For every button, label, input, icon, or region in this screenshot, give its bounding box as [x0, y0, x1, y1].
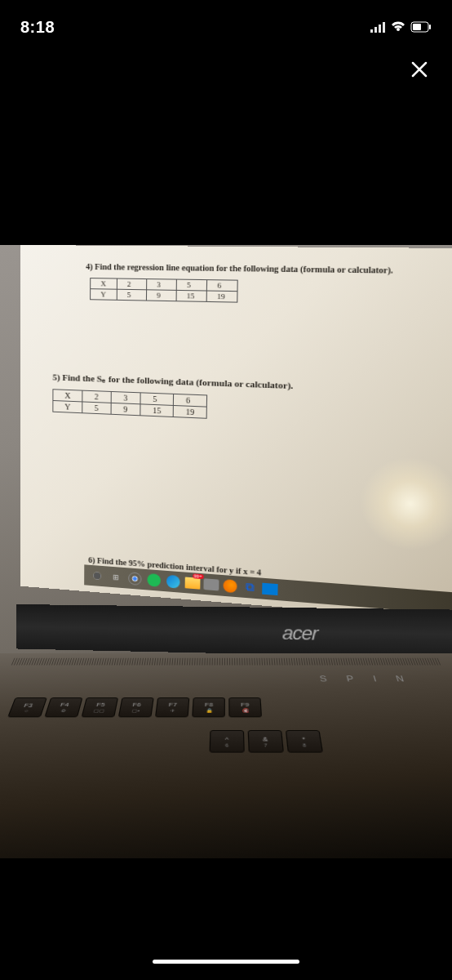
question-5: 5) Find the Sₑ for the following data (f…	[29, 372, 452, 430]
table-row: Y 5 9 15 19	[91, 289, 237, 302]
key-f8: F8🔒	[192, 697, 225, 717]
firefox-icon	[221, 578, 238, 594]
edge-icon	[165, 574, 182, 590]
close-button[interactable]	[407, 57, 432, 82]
question-4: 4) Find the regression line equation for…	[45, 261, 452, 307]
q5-table: X 2 3 5 6 Y 5 9 15 19	[52, 389, 207, 419]
key-f7: F7✈	[155, 697, 189, 717]
home-indicator[interactable]	[153, 960, 299, 964]
spin-label: S P I N	[319, 675, 414, 684]
key-7: &7	[248, 730, 284, 753]
key-f3: F3☼	[7, 697, 47, 717]
key-8: *8	[286, 730, 323, 753]
screen-glare	[358, 454, 452, 554]
laptop-screen: 4) Find the regression line equation for…	[20, 245, 452, 624]
q4-table: X 2 3 5 6 Y 5 9 15 19	[90, 278, 237, 303]
key-f4: F4⚙	[44, 697, 82, 717]
folder-icon: 99+	[184, 575, 202, 590]
speaker-grille	[11, 658, 441, 666]
laptop-keyboard: S P I N F3☼ F4⚙ F5▢▢ F6▢▪ F7✈ F8🔒 F9🔇 ^6…	[0, 653, 452, 858]
svg-rect-2	[429, 24, 431, 29]
photo-content[interactable]: 4) Find the regression line equation for…	[0, 245, 452, 817]
key-f6: F6▢▪	[118, 697, 154, 717]
function-key-row: F3☼ F4⚙ F5▢▢ F6▢▪ F7✈ F8🔒 F9🔇	[7, 697, 262, 717]
cortana-icon	[89, 568, 105, 584]
task-view-icon: ⊞	[108, 569, 124, 585]
wifi-icon	[391, 21, 405, 33]
number-key-row: ^6 &7 *8	[210, 730, 324, 753]
status-time: 8:18	[20, 18, 55, 37]
close-icon	[410, 60, 428, 78]
phone-status-bar: 8:18	[0, 15, 452, 39]
key-6: ^6	[210, 730, 245, 753]
key-f9: F9🔇	[228, 697, 262, 717]
spotify-icon	[145, 572, 162, 588]
status-icons	[370, 21, 432, 33]
laptop-bezel: acer	[16, 604, 452, 659]
svg-rect-1	[413, 24, 421, 30]
q4-text: 4) Find the regression line equation for…	[86, 262, 452, 276]
battery-icon	[410, 21, 432, 33]
laptop-brand: acer	[282, 622, 318, 645]
folder-badge: 99+	[193, 573, 204, 579]
dropbox-icon: ⧉	[242, 580, 259, 596]
mail-icon	[203, 578, 219, 590]
signal-icon	[370, 21, 386, 33]
app-icon	[261, 581, 279, 598]
chrome-icon	[126, 571, 143, 586]
key-f5: F5▢▢	[81, 697, 118, 717]
